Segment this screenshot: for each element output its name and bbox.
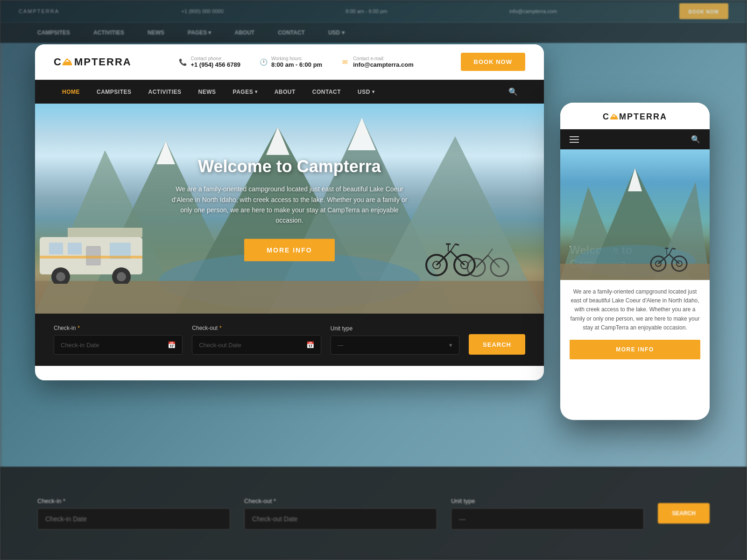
desktop-header: C⛰MPTERRA 📞 Contact phone: +1 (954) 456 …	[35, 44, 544, 80]
hamburger-line-2	[570, 139, 579, 140]
checkout-input-wrapper[interactable]: Check-out Date 📅	[192, 335, 321, 355]
desktop-card: C⛰MPTERRA 📞 Contact phone: +1 (954) 456 …	[35, 44, 544, 380]
svg-line-28	[451, 244, 455, 251]
mobile-logo-tent-icon: ⛰	[610, 112, 619, 121]
svg-rect-9	[35, 281, 544, 314]
svg-line-26	[451, 251, 465, 265]
header-info-group: 📞 Contact phone: +1 (954) 456 6789 🕐 Wor…	[178, 56, 413, 68]
checkin-required: *	[78, 325, 80, 331]
booking-bar: Check-in * Check-in Date 📅 Check-out * C…	[35, 314, 544, 366]
pages-chevron-icon: ▾	[255, 89, 258, 94]
svg-line-52	[672, 248, 676, 249]
clock-icon: 🕐	[259, 58, 268, 66]
svg-line-36	[488, 249, 493, 255]
hero-title: Welcome to Campterra	[168, 156, 411, 176]
hamburger-line-1	[570, 136, 579, 137]
nav-usd[interactable]: USD ▾	[349, 81, 383, 103]
book-now-button[interactable]: BOOK NOW	[461, 53, 525, 71]
background-nav: CAMPSITES ACTIVITIES NEWS PAGES ▾ ABOUT …	[0, 22, 747, 43]
bikes-svg	[423, 225, 516, 281]
bg-phone: +1 (800) 000 0000	[182, 8, 224, 14]
phone-text: Contact phone: +1 (954) 456 6789	[190, 56, 240, 68]
bg-search-btn: SEARCH	[658, 503, 710, 524]
checkin-field: Check-in * Check-in Date 📅	[54, 325, 183, 355]
hours-label: Working hours:	[271, 56, 322, 61]
hamburger-line-3	[570, 142, 579, 143]
unit-label: Unit type	[331, 325, 459, 332]
unit-chevron-icon: ▾	[449, 342, 452, 349]
bg-checkin-label: Check-in *	[37, 497, 230, 504]
logo-tent-icon: ⛰	[62, 56, 73, 68]
svg-line-27	[437, 251, 451, 265]
mobile-nav: 🔍	[560, 129, 710, 149]
mobile-body: We are a family-oriented campground loca…	[560, 280, 710, 367]
hero-description: We are a family-oriented campground loca…	[168, 184, 411, 226]
bg-nav-usd: USD ▾	[328, 29, 345, 36]
mobile-description: We are a family-oriented campground loca…	[570, 287, 700, 332]
email-icon: ✉	[341, 58, 349, 66]
bg-unit-field: Unit type	[451, 497, 644, 530]
email-label: Contact e-mail:	[353, 56, 414, 61]
mobile-hero: Welcome toCampterra	[560, 149, 710, 280]
nav-activities[interactable]: ACTIVITIES	[140, 81, 190, 103]
more-info-button[interactable]: MORE INFO	[244, 238, 334, 261]
phone-label: Contact phone:	[190, 56, 240, 61]
svg-point-19	[117, 272, 126, 281]
bg-checkout-label: Check-out *	[244, 497, 437, 504]
checkout-label: Check-out *	[192, 325, 321, 331]
checkin-calendar-icon: 📅	[168, 341, 176, 349]
bg-checkin-field: Check-in *	[37, 497, 230, 530]
svg-rect-20	[40, 256, 142, 259]
email-value: info@campterra.com	[353, 61, 414, 68]
checkout-required: *	[219, 325, 222, 331]
unit-select-wrapper[interactable]: — ▾	[331, 336, 459, 355]
nav-about[interactable]: ABOUT	[266, 81, 304, 103]
background-booking: Check-in * Check-out * Unit type SEARCH	[0, 467, 747, 560]
search-button[interactable]: SEARCH	[469, 334, 525, 355]
checkin-placeholder: Check-in Date	[61, 342, 99, 349]
rv-svg	[35, 209, 161, 284]
bg-email: info@campterra.com	[509, 8, 557, 14]
bg-logo: CAMPTERRA	[19, 8, 59, 14]
email-text: Contact e-mail: info@campterra.com	[353, 56, 414, 68]
phone-value: +1 (954) 456 6789	[190, 61, 240, 68]
desktop-logo: C⛰MPTERRA	[54, 56, 132, 68]
svg-line-51	[669, 248, 672, 254]
bg-nav-campsites: CAMPSITES	[37, 29, 70, 36]
hero-content: Welcome to Campterra We are a family-ori…	[168, 156, 411, 261]
bg-checkin-input	[37, 508, 230, 530]
nav-contact[interactable]: CONTACT	[304, 81, 349, 103]
hours-info: 🕐 Working hours: 8:00 am - 6:00 pm	[259, 56, 322, 68]
checkin-input-wrapper[interactable]: Check-in Date 📅	[54, 335, 183, 355]
svg-marker-7	[348, 118, 376, 150]
usd-chevron-icon: ▾	[372, 89, 375, 94]
bg-nav-news: NEWS	[148, 29, 164, 36]
bg-nav-about: ABOUT	[235, 29, 255, 36]
mobile-card: C⛰MPTERRA 🔍	[560, 103, 710, 420]
svg-rect-12	[49, 243, 63, 254]
bg-nav-activities: ACTIVITIES	[93, 29, 124, 36]
checkout-calendar-icon: 📅	[306, 341, 314, 349]
hamburger-menu-icon[interactable]	[570, 136, 579, 143]
svg-point-17	[56, 272, 65, 281]
bg-book-btn: BOOK NOW	[679, 3, 728, 19]
checkin-label: Check-in *	[54, 325, 183, 331]
svg-line-29	[455, 244, 459, 245]
hero-section: Welcome to Campterra We are a family-ori…	[35, 104, 544, 314]
rv-vehicle	[35, 209, 161, 286]
nav-pages[interactable]: PAGES ▾	[225, 81, 266, 103]
svg-line-35	[488, 255, 500, 267]
nav-news[interactable]: NEWS	[190, 81, 225, 103]
bg-checkout-field: Check-out *	[244, 497, 437, 530]
hours-text: Working hours: 8:00 am - 6:00 pm	[271, 56, 322, 68]
bg-unit-input	[451, 508, 644, 530]
bg-checkout-input	[244, 508, 437, 530]
mobile-header: C⛰MPTERRA	[560, 103, 710, 129]
nav-home[interactable]: HOME	[54, 81, 88, 103]
bg-nav-pages: PAGES ▾	[188, 29, 211, 36]
unit-field: Unit type — ▾	[331, 325, 459, 355]
nav-campsites[interactable]: CAMPSITES	[88, 81, 140, 103]
nav-search-icon[interactable]: 🔍	[501, 80, 525, 104]
mobile-search-icon[interactable]: 🔍	[691, 135, 700, 144]
mobile-more-info-button[interactable]: MORE INFO	[570, 340, 700, 359]
